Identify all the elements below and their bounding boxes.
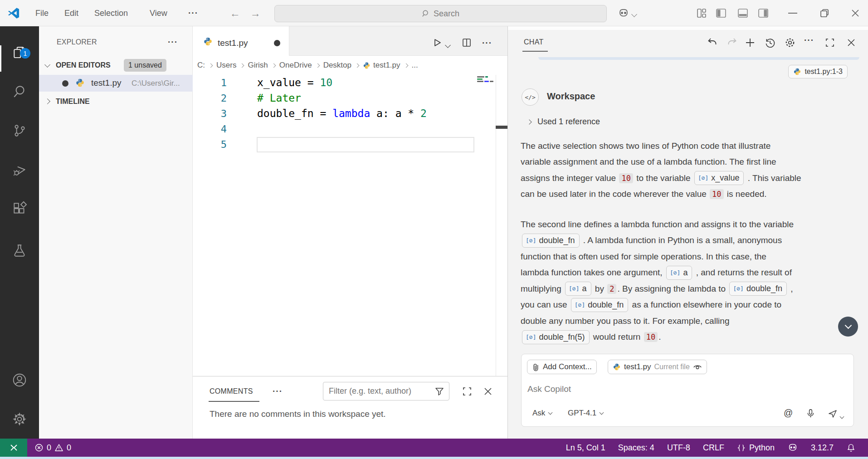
scroll-to-bottom-button[interactable] (838, 317, 858, 337)
eye-icon[interactable] (693, 363, 702, 371)
redo-icon[interactable] (727, 37, 738, 49)
account-icon[interactable] (0, 364, 39, 396)
copilot-status-icon[interactable] (787, 442, 798, 453)
breadcrumb-item[interactable]: Girish (248, 61, 268, 70)
used-references-toggle[interactable]: Used 1 reference (527, 117, 600, 127)
python-version[interactable]: 3.12.7 (811, 443, 834, 453)
chat-settings-gear-icon[interactable] (784, 37, 796, 49)
timeline-header[interactable]: TIMELINE (39, 95, 192, 109)
encoding[interactable]: UTF-8 (667, 443, 690, 453)
braces-icon (737, 444, 746, 452)
sidebar-item-testing[interactable] (0, 234, 39, 267)
chevron-down-icon (44, 62, 50, 68)
nav-forward-icon[interactable]: → (249, 6, 261, 20)
send-icon[interactable] (827, 408, 838, 419)
toggle-secondary-sidebar-icon[interactable] (757, 7, 769, 19)
copilot-icon[interactable] (618, 7, 629, 19)
comments-filter-input[interactable]: Filter (e.g. text, author) (323, 382, 449, 400)
explorer-more-actions-icon[interactable]: ··· (168, 37, 178, 47)
code-line[interactable]: 1x_value = 10 (193, 75, 507, 90)
maximize-panel-icon[interactable] (461, 386, 473, 397)
eol-sequence[interactable]: CRLF (703, 443, 724, 453)
minimize-button[interactable] (787, 12, 799, 24)
nav-back-icon[interactable]: ← (229, 6, 241, 20)
editor-more-actions-icon[interactable]: ··· (482, 38, 492, 48)
code-line[interactable]: 2# Later (193, 90, 507, 106)
language-mode[interactable]: Python (737, 443, 775, 453)
code-line[interactable]: 4 (193, 121, 507, 137)
current-file-chip[interactable]: test1.py Current file (608, 360, 707, 374)
line-number: 3 (193, 108, 227, 119)
sidebar-item-explorer[interactable] (0, 36, 39, 69)
restore-button[interactable] (819, 7, 830, 19)
notifications-bell-icon[interactable] (846, 443, 856, 453)
run-button[interactable] (432, 37, 443, 48)
breadcrumb-item[interactable]: OneDrive (279, 61, 312, 70)
line-number: 1 (193, 77, 227, 88)
symbol-chip[interactable]: [⊘]double_fn (571, 298, 629, 312)
modified-dot-icon[interactable] (62, 80, 68, 87)
mic-icon[interactable] (805, 408, 816, 419)
menu-view[interactable]: View (150, 0, 167, 26)
breadcrumb-item[interactable]: ... (412, 61, 418, 70)
close-window-button[interactable] (849, 7, 861, 19)
sidebar-item-search[interactable] (0, 75, 39, 108)
symbol-chip[interactable]: [⊘]double_fn (522, 234, 580, 248)
open-editor-item[interactable]: test1.py C:\Users\Gir... (39, 75, 193, 92)
cursor-position[interactable]: Ln 5, Col 1 (566, 443, 605, 453)
comments-more-actions-icon[interactable]: ··· (273, 386, 283, 396)
symbol-chip[interactable]: [⊘]double_fn(5) (522, 330, 590, 344)
tab-test1py[interactable]: test1.py (193, 26, 289, 56)
problems-status[interactable]: 0 0 (34, 439, 71, 457)
comments-panel-title[interactable]: COMMENTS (210, 387, 253, 396)
mention-icon[interactable]: @ (784, 408, 795, 419)
history-icon[interactable] (764, 37, 776, 49)
new-chat-icon[interactable] (744, 37, 756, 49)
code-line[interactable]: 3double_fn = lambda a: a * 2 (193, 106, 507, 121)
reference-chip[interactable]: test1.py:1-3 (788, 65, 848, 78)
breadcrumb-item[interactable]: test1.py (373, 61, 400, 70)
breadcrumbs[interactable]: C:UsersGirishOneDriveDesktoptest1.py... (193, 56, 507, 75)
chevron-down-icon (844, 322, 852, 329)
chat-more-actions-icon[interactable]: ··· (804, 35, 816, 47)
chat-panel-title[interactable]: CHAT (524, 38, 544, 46)
symbol-chip[interactable]: [⊘]a (666, 266, 692, 280)
sidebar-item-extensions[interactable] (0, 192, 39, 225)
open-editors-header[interactable]: OPEN EDITORS 1 unsaved (39, 59, 192, 73)
toggle-panel-icon[interactable] (737, 7, 749, 19)
toggle-sidebar-icon[interactable] (715, 7, 727, 19)
menu-file[interactable]: File (35, 0, 49, 26)
indentation[interactable]: Spaces: 4 (618, 443, 654, 453)
close-chat-icon[interactable] (845, 37, 857, 49)
breadcrumb-item[interactable]: Users (216, 61, 236, 70)
search-input[interactable]: Search (274, 5, 607, 22)
close-panel-icon[interactable] (482, 386, 494, 397)
customize-layout-icon[interactable] (696, 7, 707, 19)
symbol-chip[interactable]: [⊘]a (565, 282, 591, 296)
menu-more-icon[interactable]: ··· (188, 0, 198, 26)
symbol-chip[interactable]: [⊘]x_value (694, 171, 744, 185)
minimap[interactable] (477, 76, 494, 83)
settings-gear-icon[interactable] (0, 403, 39, 435)
chat-input-box[interactable]: Add Context... test1.py Current file Ask… (521, 354, 854, 427)
sidebar-item-source-control[interactable] (0, 114, 39, 147)
mode-selector[interactable]: Ask (532, 409, 552, 418)
undo-icon[interactable] (706, 37, 718, 49)
sidebar-item-run-debug[interactable] (0, 153, 39, 186)
run-dropdown-icon[interactable] (446, 41, 450, 49)
add-context-button[interactable]: Add Context... (527, 360, 597, 374)
maximize-chat-icon[interactable] (824, 37, 836, 49)
split-editor-icon[interactable] (461, 37, 472, 48)
send-dropdown-icon[interactable] (840, 412, 851, 423)
filter-icon[interactable] (434, 386, 444, 396)
copilot-dropdown-icon[interactable] (632, 10, 644, 22)
breadcrumb-item[interactable]: Desktop (323, 61, 351, 70)
code-editor[interactable]: 1x_value = 102# Later3double_fn = lambda… (193, 75, 507, 376)
menu-edit[interactable]: Edit (64, 0, 78, 26)
remote-indicator[interactable] (0, 439, 27, 457)
breadcrumb-item[interactable]: C: (197, 61, 205, 70)
menu-selection[interactable]: Selection (94, 0, 128, 26)
unsaved-dot-icon[interactable] (274, 40, 280, 46)
model-selector[interactable]: GPT-4.1 (568, 409, 603, 418)
symbol-chip[interactable]: [⊘]double_fn (729, 282, 787, 296)
